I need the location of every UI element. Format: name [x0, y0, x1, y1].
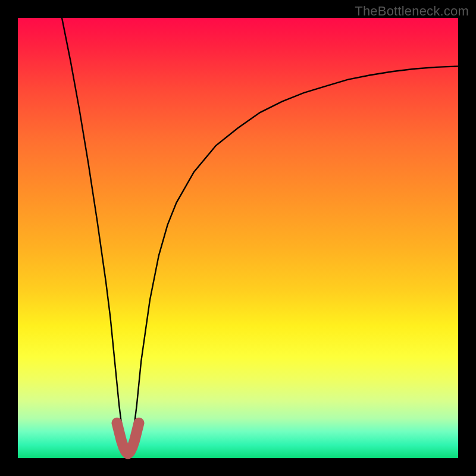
- curve-layer: [18, 18, 458, 458]
- chart-frame: TheBottleneck.com: [0, 0, 476, 476]
- bottleneck-curve: [62, 18, 458, 454]
- highlight-dip: [117, 423, 139, 454]
- plot-area: [18, 18, 458, 458]
- watermark-text: TheBottleneck.com: [355, 4, 469, 19]
